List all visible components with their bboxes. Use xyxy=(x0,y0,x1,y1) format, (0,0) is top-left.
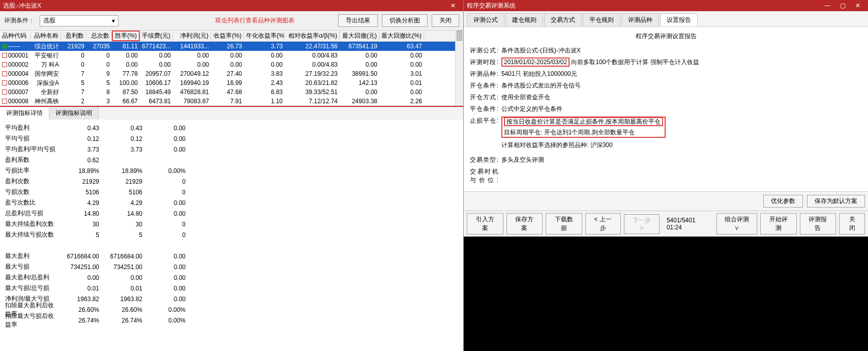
metric-row: 盈利系数0.62 xyxy=(5,155,458,165)
left-title: 选股.-冲击波X xyxy=(3,2,41,10)
metric-row: 最大持续盈利次数30300 xyxy=(5,219,458,229)
metrics-tabs: 评测指标详情 评测指标说明 xyxy=(0,106,463,120)
table-header[interactable]: 品种代码 xyxy=(0,32,31,40)
table-row[interactable]: 000001平安银行000.000.000.000.000.000.00/4.8… xyxy=(0,51,455,60)
row-marker-icon xyxy=(2,90,7,95)
condition-label: 评测条件： xyxy=(4,16,35,25)
table-header[interactable]: 手续费(元) xyxy=(140,32,173,40)
table-header-row: 品种代码品种名称盈利数总次数胜率(%)手续费(元)净利润(元)收益率(%)年化收… xyxy=(0,31,455,42)
metric-row: 平均盈利0.430.430.00 xyxy=(5,123,458,133)
close-icon[interactable]: ✕ xyxy=(446,1,460,10)
right-titlebar: 程序交易评测系统 — ▢ ✕ xyxy=(464,0,868,11)
table-row[interactable]: 000006深振业A55100.0010606.17169940.1916.99… xyxy=(0,78,455,87)
right-tabs: 评测公式建仓规则交易方式平仓规则评测品种设置报告 xyxy=(464,11,868,27)
table-row[interactable]: 000008神州高铁2366.676473.8179083.877.911.10… xyxy=(0,97,455,106)
table-row[interactable]: 000002万 科A000.000.000.000.000.000.00/4.8… xyxy=(0,60,455,69)
right-title: 程序交易评测系统 xyxy=(467,2,516,10)
right-tab[interactable]: 设置报告 xyxy=(660,13,698,26)
table-row[interactable]: 000007全新好7887.5018845.49476828.8147.686.… xyxy=(0,87,455,97)
row-marker-icon xyxy=(2,53,7,58)
table-scrollbar[interactable] xyxy=(455,31,463,106)
report-row: 评测品种:5401只 初始投入1000000元 xyxy=(470,68,862,80)
table-row[interactable]: 000004国华网安7977.7820957.07270049.1227.403… xyxy=(0,69,455,78)
metric-row: 最大亏损/总亏损0.010.010.00 xyxy=(5,283,458,294)
table-header[interactable]: 净利润(元) xyxy=(173,32,211,40)
minimize-icon[interactable]: — xyxy=(820,1,834,10)
chevron-down-icon: ▾ xyxy=(112,17,115,24)
next-button[interactable]: 下一步 > xyxy=(624,214,660,234)
report-row: 开仓条件:条件选股公式发出的开仓信号 xyxy=(470,80,862,92)
metric-row: 总盈利/总亏损14.8014.800.00 xyxy=(5,208,458,219)
table-header[interactable]: 年化收益率(%) xyxy=(244,32,285,40)
download-button[interactable]: 下载数据 xyxy=(546,213,582,235)
row-marker-icon xyxy=(2,44,7,49)
report-button[interactable]: 评测报告 xyxy=(800,213,836,235)
right-tab[interactable]: 评测品种 xyxy=(621,13,659,26)
metric-row xyxy=(5,240,458,251)
combo-eval-button[interactable]: 组合评测∨ xyxy=(716,213,757,235)
metric-row: 最大持续亏损次数550 xyxy=(5,229,458,240)
prev-button[interactable]: < 上一步 xyxy=(585,213,621,235)
save-plan-button[interactable]: 保存方案 xyxy=(506,213,543,235)
row-marker-icon xyxy=(2,99,7,104)
report-body: 程序交易评测设置报告 评测公式:条件选股公式-(日线)-冲击波X评测时段:201… xyxy=(464,27,868,191)
metric-row: 亏损比率18.89%18.89%0.00% xyxy=(5,165,458,176)
right-tab[interactable]: 评测公式 xyxy=(467,13,504,26)
left-titlebar: 选股.-冲击波X ✕ xyxy=(0,0,463,11)
close-button[interactable]: 关闭 xyxy=(432,14,459,27)
main-table: 品种代码品种名称盈利数总次数胜率(%)手续费(元)净利润(元)收益率(%)年化收… xyxy=(0,31,463,106)
table-header[interactable]: 最大回撤比(%) xyxy=(379,32,424,40)
right-tab[interactable]: 平仓规则 xyxy=(583,13,620,26)
import-button[interactable]: 引入方案 xyxy=(467,213,503,235)
metric-row: 扣除最大盈利后收益率26.60%26.60%0.00% xyxy=(5,304,458,315)
report-heading: 程序交易评测设置报告 xyxy=(470,32,862,41)
table-header[interactable]: 总次数 xyxy=(86,32,112,40)
row-marker-icon xyxy=(2,71,7,76)
tab-metrics-explain[interactable]: 评测指标说明 xyxy=(49,107,99,120)
metric-row: 盈亏次数比4.294.290.00 xyxy=(5,197,458,208)
maximize-icon[interactable]: ▢ xyxy=(835,1,850,10)
table-hint: 双击列表行查看品种评测图表 xyxy=(215,16,294,25)
report-row: 开仓方式:使用全部资金开仓 xyxy=(470,92,862,103)
report-row: 评测公式:条件选股公式-(日线)-冲击波X xyxy=(470,45,862,56)
metric-row: 亏损次数510651060 xyxy=(5,187,458,197)
table-row[interactable]: ------综合统计219292703581.116771423...14419… xyxy=(0,42,455,51)
table-header[interactable]: 盈利数 xyxy=(61,32,86,40)
right-tab[interactable]: 交易方式 xyxy=(544,13,582,26)
table-header[interactable]: 相对收益率α/β(%) xyxy=(285,32,340,40)
report-row: 平仓条件:公式中定义的平仓条件 xyxy=(470,103,862,115)
report-row: 评测时段:2018/01/02-2025/03/02 向前多取100个数据用于计… xyxy=(470,56,862,68)
report-row: 止损平仓:按当日收盘价计算是否满足止损条件,按本周期最高价平仓目标周期平仓: 开… xyxy=(470,115,862,139)
bottom-bar: 引入方案 保存方案 下载数据 < 上一步 下一步 > 5401/5401 01:… xyxy=(464,211,868,237)
export-button[interactable]: 导出结果 xyxy=(338,14,378,27)
progress-text: 5401/5401 01:24 xyxy=(667,217,706,231)
metric-row: 最大盈利6716684.006716684.000.00 xyxy=(5,251,458,261)
save-default-button[interactable]: 保存为默认方案 xyxy=(807,195,865,208)
report-row: 交易类型:多头及空头评测 xyxy=(470,154,862,166)
right-panel: 程序交易评测系统 — ▢ ✕ 评测公式建仓规则交易方式平仓规则评测品种设置报告 … xyxy=(464,0,868,351)
metric-row: 扣除最大亏损后收益率26.74%26.74%0.00% xyxy=(5,315,458,326)
table-header[interactable]: 收益率(%) xyxy=(211,32,244,40)
switch-chart-button[interactable]: 切换分析图 xyxy=(382,14,428,27)
table-header[interactable]: 品种名称 xyxy=(31,32,61,40)
metric-row: 平均亏损0.120.120.00 xyxy=(5,133,458,144)
metric-row: 净利润/最大亏损1963.821963.820.00 xyxy=(5,294,458,304)
tab-metrics-detail[interactable]: 评测指标详情 xyxy=(0,106,49,120)
metric-row: 最大亏损734251.00734251.000.00 xyxy=(5,261,458,272)
report-row: 计算相对收益率选择的参照品种: 沪深300 xyxy=(470,139,862,151)
left-panel: 选股.-冲击波X ✕ 评测条件： 选股 ▾ 双击列表行查看品种评测图表 导出结果… xyxy=(0,0,464,351)
close-icon[interactable]: ✕ xyxy=(851,1,865,10)
start-eval-button[interactable]: 开始评测 xyxy=(760,213,797,235)
close-button[interactable]: 关闭 xyxy=(839,213,865,235)
metric-row: 盈利次数21929219290 xyxy=(5,176,458,187)
metrics-panel: 平均盈利0.430.430.00平均亏损0.120.120.00平均盈利/平均亏… xyxy=(0,120,463,351)
row-marker-icon xyxy=(2,80,7,85)
condition-select[interactable]: 选股 ▾ xyxy=(40,15,118,26)
table-header[interactable]: 胜率(%) xyxy=(112,31,140,41)
metric-row: 最大盈利/总盈利0.000.000.00 xyxy=(5,272,458,283)
table-header[interactable]: 最大回撤(元) xyxy=(340,32,379,40)
right-tab[interactable]: 建仓规则 xyxy=(505,13,543,26)
table-body: ------综合统计219292703581.116771423...14419… xyxy=(0,42,455,106)
row-marker-icon xyxy=(2,62,7,67)
optimize-button[interactable]: 优化参数 xyxy=(763,195,803,208)
